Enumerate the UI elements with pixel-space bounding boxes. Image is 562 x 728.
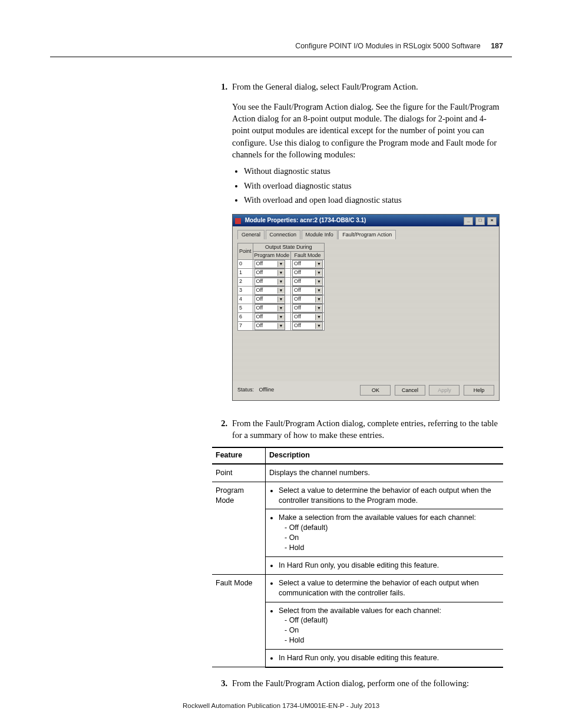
point-cell: 5 [238, 304, 253, 312]
apply-button[interactable]: Apply [429, 385, 459, 396]
point-cell: 1 [238, 268, 253, 277]
chevron-down-icon: ▼ [315, 323, 322, 329]
header-rule [50, 57, 512, 57]
program-mode-select[interactable]: Off▼ [254, 260, 285, 268]
cancel-button[interactable]: Cancel [395, 385, 425, 396]
table-row: Point Displays the channel numbers. [212, 464, 503, 482]
tab-general[interactable]: General [237, 230, 265, 239]
chevron-down-icon: ▼ [315, 297, 322, 302]
step-number: 2. [212, 417, 232, 442]
point-cell: 6 [238, 312, 253, 321]
chevron-down-icon: ▼ [277, 270, 285, 276]
chevron-down-icon: ▼ [277, 297, 285, 302]
dialog-title: Module Properties: acnr:2 (1734-OB8/C 3.… [245, 217, 366, 223]
output-state-table: Point Output State During Program Mode F… [237, 243, 325, 331]
page-number: 187 [491, 42, 503, 50]
bullet-item: With overload diagnostic status [244, 180, 503, 192]
chevron-down-icon: ▼ [315, 314, 322, 320]
dialog-tabs: General Connection Module Info Fault/Pro… [237, 230, 494, 239]
feature-table: Feature Description Point Displays the c… [212, 447, 503, 668]
step-text: From the General dialog, select Fault/Pr… [232, 81, 503, 93]
program-mode-select[interactable]: Off▼ [254, 278, 285, 286]
chevron-down-icon: ▼ [277, 261, 285, 267]
program-mode-select[interactable]: Off▼ [254, 313, 285, 321]
description-cell: Displays the channel numbers. [266, 464, 504, 482]
point-cell: 2 [238, 277, 253, 286]
fault-mode-select[interactable]: Off▼ [292, 313, 323, 321]
col-program-mode: Program Mode [253, 251, 291, 259]
program-mode-select[interactable]: Off▼ [254, 295, 285, 304]
table-row: 0Off▼Off▼ [238, 259, 325, 268]
feature-cell: Program Mode [212, 482, 266, 574]
point-cell: 3 [238, 286, 253, 295]
chevron-down-icon: ▼ [315, 288, 322, 294]
description-cell: Select a value to determine the behavior… [266, 574, 504, 602]
status-value: Offline [259, 387, 275, 393]
col-fault-mode: Fault Mode [291, 251, 325, 259]
table-row: 7Off▼Off▼ [238, 321, 325, 330]
program-mode-select[interactable]: Off▼ [254, 269, 285, 277]
program-mode-select[interactable]: Off▼ [254, 304, 285, 312]
step-1-paragraph: You see the Fault/Program Action dialog.… [232, 101, 503, 160]
program-mode-select[interactable]: Off▼ [254, 322, 285, 330]
fault-mode-select[interactable]: Off▼ [292, 278, 323, 286]
table-row: 4Off▼Off▼ [238, 295, 325, 304]
description-cell: In Hard Run only, you disable editing th… [266, 556, 504, 574]
window-buttons: _ □ × [463, 216, 497, 225]
table-row: 5Off▼Off▼ [238, 304, 325, 312]
description-cell: Select from the available values for eac… [266, 602, 504, 650]
feature-cell: Fault Mode [212, 574, 266, 667]
chevron-down-icon: ▼ [277, 288, 285, 294]
chevron-down-icon: ▼ [277, 314, 285, 320]
table-row: Fault Mode Select a value to determine t… [212, 574, 503, 602]
module-properties-dialog: Module Properties: acnr:2 (1734-OB8/C 3.… [232, 214, 500, 401]
help-button[interactable]: Help [464, 385, 494, 396]
program-mode-select[interactable]: Off▼ [254, 286, 285, 295]
col-group: Output State During [253, 243, 325, 251]
step-1: 1. From the General dialog, select Fault… [212, 81, 503, 93]
app-icon [235, 218, 241, 224]
step-number: 1. [212, 81, 232, 93]
ok-button[interactable]: OK [360, 385, 391, 396]
fault-mode-select[interactable]: Off▼ [292, 322, 323, 330]
fault-mode-select[interactable]: Off▼ [292, 260, 323, 268]
bullet-item: With overload and open load diagnostic s… [244, 194, 503, 206]
table-row: 6Off▼Off▼ [238, 312, 325, 321]
bullet-item: Without diagnostic status [244, 165, 503, 177]
description-cell: In Hard Run only, you disable editing th… [266, 650, 504, 667]
tab-connection[interactable]: Connection [266, 230, 301, 239]
point-cell: 7 [238, 321, 253, 330]
fault-mode-select[interactable]: Off▼ [292, 286, 323, 295]
table-row: 2Off▼Off▼ [238, 277, 325, 286]
close-icon[interactable]: × [487, 217, 497, 225]
tab-fault-program-action[interactable]: Fault/Program Action [338, 230, 396, 239]
chevron-down-icon: ▼ [315, 305, 322, 311]
chevron-down-icon: ▼ [277, 323, 285, 329]
step-2: 2. From the Fault/Program Action dialog,… [212, 417, 503, 442]
step-text: From the Fault/Program Action dialog, co… [232, 417, 503, 442]
tab-module-info[interactable]: Module Info [302, 230, 338, 239]
col-point: Point [238, 243, 253, 259]
running-header: Configure POINT I/O Modules in RSLogix 5… [53, 41, 509, 52]
chevron-down-icon: ▼ [277, 305, 285, 311]
fault-mode-select[interactable]: Off▼ [292, 304, 323, 312]
chevron-down-icon: ▼ [277, 279, 285, 285]
chevron-down-icon: ▼ [315, 261, 322, 267]
fault-mode-select[interactable]: Off▼ [292, 269, 323, 277]
page-footer: Rockwell Automation Publication 1734-UM0… [0, 701, 562, 710]
fault-mode-select[interactable]: Off▼ [292, 295, 323, 304]
status-label: Status: [237, 387, 254, 393]
module-type-list: Without diagnostic status With overload … [232, 165, 503, 206]
col-feature: Feature [212, 447, 266, 464]
step-text: From the Fault/Program Action dialog, pe… [232, 677, 503, 689]
table-row: Program Mode Select a value to determine… [212, 482, 503, 509]
table-row: 3Off▼Off▼ [238, 286, 325, 295]
maximize-icon[interactable]: □ [475, 217, 485, 225]
dialog-titlebar: Module Properties: acnr:2 (1734-OB8/C 3.… [233, 215, 499, 226]
chevron-down-icon: ▼ [315, 279, 322, 285]
description-cell: Select a value to determine the behavior… [266, 482, 504, 509]
minimize-icon[interactable]: _ [464, 217, 473, 225]
point-cell: 0 [238, 259, 253, 268]
step-3: 3. From the Fault/Program Action dialog,… [212, 677, 503, 689]
chevron-down-icon: ▼ [315, 270, 322, 276]
